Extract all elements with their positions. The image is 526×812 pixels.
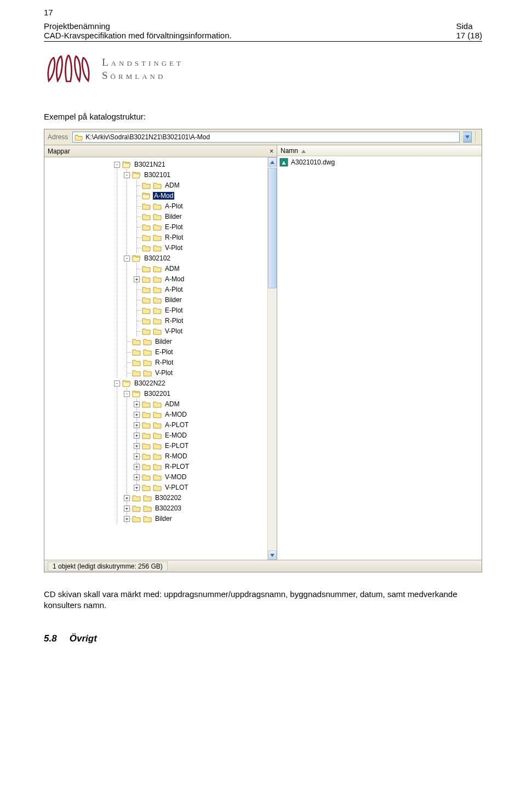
tree-item[interactable]: R-Plot — [142, 315, 267, 326]
tree-item[interactable]: V-Plot — [142, 326, 267, 336]
address-dropdown-button[interactable] — [463, 132, 472, 143]
tree-item[interactable]: A-Plot — [142, 284, 267, 294]
folder-icon — [142, 296, 151, 304]
tree-item[interactable]: B302201 — [132, 388, 267, 399]
tree-item[interactable]: A-Plot — [142, 201, 267, 211]
folder-icon — [153, 411, 162, 418]
folder-icon — [153, 306, 162, 314]
folder-icon — [142, 400, 151, 408]
folder-icon — [153, 234, 162, 241]
tree-expander[interactable]: + — [134, 401, 140, 407]
tree-item[interactable]: A-Mod — [142, 190, 267, 201]
tree-expander[interactable]: + — [134, 464, 140, 470]
scroll-down-button[interactable] — [268, 550, 277, 560]
tree-item[interactable]: E-MOD — [142, 430, 267, 440]
tree-item[interactable]: B302101 — [132, 169, 267, 180]
folder-icon — [143, 504, 152, 512]
tree-item[interactable]: R-PLOT — [142, 461, 267, 472]
tree-item-label: V-MOD — [164, 473, 187, 481]
tree-item[interactable]: V-Plot — [142, 242, 267, 253]
file-list[interactable]: A3021010.dwg — [277, 156, 482, 560]
tree-expander[interactable]: + — [134, 433, 140, 439]
tree-expander[interactable]: + — [134, 276, 140, 282]
tree-item[interactable]: B3022N22 — [122, 378, 267, 388]
tree-vscrollbar[interactable] — [267, 157, 277, 560]
chevron-up-icon — [270, 161, 275, 164]
tree-item[interactable]: V-Plot — [132, 367, 267, 378]
tree-item[interactable]: E-PLOT — [142, 440, 267, 451]
folder-icon — [153, 452, 162, 460]
folder-icon — [153, 421, 162, 429]
tree-item[interactable]: R-Plot — [142, 232, 267, 242]
scroll-thumb[interactable] — [268, 168, 277, 288]
scroll-up-button[interactable] — [268, 157, 277, 167]
folder-icon — [142, 452, 151, 460]
tree-item[interactable]: R-Plot — [132, 357, 267, 367]
folder-icon — [153, 317, 162, 325]
crown-logo-icon — [44, 54, 93, 84]
tree-expander[interactable]: + — [134, 453, 140, 459]
scroll-track[interactable] — [268, 167, 277, 550]
tree-item[interactable]: A-PLOT — [142, 419, 267, 430]
tree-item-label: Bilder — [164, 296, 183, 304]
tree-expander[interactable]: + — [134, 412, 140, 418]
folder-icon — [142, 181, 151, 189]
tree-item[interactable]: A-Mod — [142, 274, 267, 284]
tree-expander[interactable]: - — [124, 172, 130, 178]
tree-item[interactable]: Bilder — [142, 211, 267, 222]
intro-text: Exempel på katalogstruktur: — [44, 112, 482, 121]
tree-item[interactable]: E-Plot — [142, 305, 267, 315]
folder-icon — [132, 494, 141, 502]
tree-item[interactable]: B302202 — [132, 492, 267, 503]
tree-expander[interactable]: + — [124, 495, 130, 501]
tree-item[interactable]: ADM — [142, 399, 267, 409]
tree-item[interactable]: Bilder — [142, 294, 267, 305]
tree-item[interactable]: E-Plot — [142, 222, 267, 232]
explorer-window: Adress K:\Arkiv\Sodra\B3021N21\B302101\A… — [44, 129, 482, 572]
folder-icon — [153, 286, 162, 293]
tree-item[interactable]: B302203 — [132, 503, 267, 513]
tree-item[interactable]: V-MOD — [142, 472, 267, 482]
address-field[interactable]: K:\Arkiv\Sodra\B3021N21\B302101\A-Mod — [72, 132, 460, 143]
tree-item-label: A-Mod — [164, 275, 185, 283]
tree-expander[interactable]: - — [124, 391, 130, 397]
tree-expander[interactable]: + — [124, 506, 130, 512]
tree-expander[interactable]: + — [134, 443, 140, 449]
tree-item[interactable]: Bilder — [132, 336, 267, 347]
tree-item[interactable]: Bilder — [132, 513, 267, 524]
tree-item[interactable]: ADM — [142, 263, 267, 274]
address-label: Adress — [48, 133, 69, 141]
tree-item[interactable]: E-Plot — [132, 347, 267, 357]
folder-tree[interactable]: -B3021N21-B302101ADMA-ModA-PlotBilderE-P… — [44, 157, 267, 560]
tree-item[interactable]: V-PLOT — [142, 482, 267, 492]
close-pane-button[interactable]: × — [270, 147, 273, 155]
tree-item-label: B3021N21 — [133, 161, 167, 168]
folder-icon — [153, 473, 162, 481]
folder-open-icon — [132, 171, 141, 179]
column-header[interactable]: Namn — [277, 145, 482, 156]
tree-expander[interactable]: + — [124, 516, 130, 522]
tree-item[interactable]: B3021N21 — [122, 159, 267, 169]
page-number-top: 17 — [44, 0, 482, 17]
folder-icon — [142, 306, 151, 314]
tree-item[interactable]: ADM — [142, 180, 267, 190]
tree-item-label: A-Plot — [164, 286, 184, 293]
logo-block: Landstinget Sörmland — [44, 54, 482, 84]
tree-item[interactable]: R-MOD — [142, 451, 267, 461]
tree-expander[interactable]: + — [134, 485, 140, 491]
address-bar: Adress K:\Arkiv\Sodra\B3021N21\B302101\A… — [44, 129, 482, 145]
file-row[interactable]: A3021010.dwg — [279, 157, 479, 167]
tree-item[interactable]: A-MOD — [142, 409, 267, 419]
tree-expander[interactable]: + — [134, 474, 140, 480]
tree-item-label: B302102 — [143, 254, 171, 262]
folder-open-icon — [142, 192, 151, 200]
tree-expander[interactable]: - — [114, 381, 120, 387]
chevron-up-icon — [301, 150, 306, 153]
folder-icon — [143, 515, 152, 523]
tree-expander[interactable]: - — [114, 162, 120, 168]
folder-icon — [142, 463, 151, 470]
tree-expander[interactable]: + — [134, 422, 140, 428]
folders-label: Mappar — [48, 147, 70, 155]
tree-expander[interactable]: - — [124, 255, 130, 262]
tree-item[interactable]: B302102 — [132, 253, 267, 263]
